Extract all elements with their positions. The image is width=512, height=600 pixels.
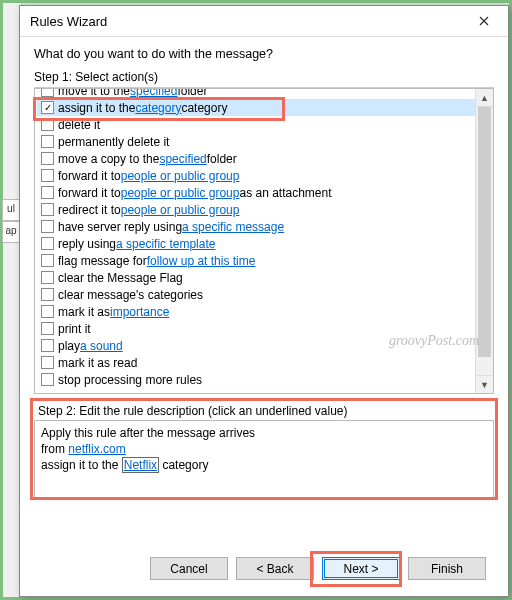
action-row[interactable]: mark it as read [37, 354, 475, 371]
action-checkbox[interactable] [41, 373, 54, 386]
action-text-pre: flag message for [58, 254, 147, 268]
action-link[interactable]: people or public group [121, 186, 240, 200]
action-checkbox[interactable] [41, 356, 54, 369]
action-text-pre: move a copy to the [58, 152, 159, 166]
action-checkbox[interactable] [41, 237, 54, 250]
action-checkbox[interactable] [41, 254, 54, 267]
scroll-down-icon[interactable]: ▼ [476, 375, 493, 393]
action-row[interactable]: move a copy to the specified folder [37, 150, 475, 167]
action-row[interactable]: clear message's categories [37, 286, 475, 303]
action-link[interactable]: a specific template [116, 237, 215, 251]
action-text-pre: move it to the [58, 89, 130, 98]
action-row[interactable]: permanently delete it [37, 133, 475, 150]
action-checkbox[interactable] [41, 203, 54, 216]
action-row[interactable]: play a sound [37, 337, 475, 354]
bg-tab-2: ap [2, 221, 20, 243]
action-checkbox[interactable] [41, 271, 54, 284]
action-checkbox[interactable] [41, 288, 54, 301]
desc-line3-post: category [159, 458, 208, 472]
action-checkbox[interactable] [41, 169, 54, 182]
action-text-pre: delete it [58, 118, 100, 132]
close-icon [479, 16, 489, 26]
action-text-post: folder [177, 89, 207, 98]
action-row[interactable]: redirect it to people or public group [37, 201, 475, 218]
desc-line-2: from netflix.com [41, 441, 487, 457]
action-text-pre: permanently delete it [58, 135, 169, 149]
action-text-pre: clear message's categories [58, 288, 203, 302]
action-text-pre: forward it to [58, 186, 121, 200]
action-link[interactable]: specified [130, 89, 177, 98]
desc-line-3: assign it to the Netflix category [41, 457, 487, 473]
action-link[interactable]: category [135, 101, 181, 115]
action-text-pre: assign it to the [58, 101, 135, 115]
scroll-up-icon[interactable]: ▲ [476, 89, 493, 107]
action-link[interactable]: people or public group [121, 203, 240, 217]
action-checkbox[interactable] [41, 118, 54, 131]
close-button[interactable] [464, 9, 504, 33]
next-button[interactable]: Next > [322, 557, 400, 580]
action-text-pre: redirect it to [58, 203, 121, 217]
action-text-post: as an attachment [239, 186, 331, 200]
action-row[interactable]: forward it to people or public group as … [37, 184, 475, 201]
step2-label: Step 2: Edit the rule description (click… [34, 402, 494, 420]
action-checkbox[interactable] [41, 89, 54, 97]
action-text-pre: stop processing more rules [58, 373, 202, 387]
desc-category-link[interactable]: Netflix [122, 457, 159, 473]
desc-line2-pre: from [41, 442, 68, 456]
action-checkbox[interactable] [41, 339, 54, 352]
action-text-pre: clear the Message Flag [58, 271, 183, 285]
action-checkbox[interactable] [41, 305, 54, 318]
action-row[interactable]: print it [37, 320, 475, 337]
bg-tab-1: ul [2, 199, 20, 221]
rules-wizard-dialog: Rules Wizard What do you want to do with… [19, 5, 509, 597]
action-text-post: category [181, 101, 227, 115]
button-row: Cancel < Back Next > Finish [34, 543, 494, 586]
scroll-thumb[interactable] [478, 107, 491, 357]
rule-description-box: Apply this rule after the message arrive… [34, 420, 494, 500]
action-row[interactable]: stop processing more rules [37, 371, 475, 388]
action-row[interactable]: mark it as importance [37, 303, 475, 320]
action-link[interactable]: people or public group [121, 169, 240, 183]
finish-button[interactable]: Finish [408, 557, 486, 580]
action-row[interactable]: forward it to people or public group [37, 167, 475, 184]
action-text-pre: reply using [58, 237, 116, 251]
desc-line-1: Apply this rule after the message arrive… [41, 425, 487, 441]
action-row[interactable]: delete it [37, 116, 475, 133]
action-text-post: folder [207, 152, 237, 166]
action-link[interactable]: a sound [80, 339, 123, 353]
step1-label: Step 1: Select action(s) [34, 67, 494, 88]
action-text-pre: play [58, 339, 80, 353]
action-row[interactable]: move it to the specified folder [37, 89, 475, 99]
action-text-pre: have server reply using [58, 220, 182, 234]
titlebar: Rules Wizard [20, 6, 508, 37]
action-checkbox[interactable] [41, 152, 54, 165]
scrollbar[interactable]: ▲ ▼ [475, 89, 493, 393]
action-link[interactable]: importance [110, 305, 169, 319]
cancel-button[interactable]: Cancel [150, 557, 228, 580]
wizard-question: What do you want to do with the message? [34, 47, 494, 61]
action-checkbox[interactable] [41, 186, 54, 199]
action-text-pre: print it [58, 322, 91, 336]
action-text-pre: mark it as read [58, 356, 137, 370]
desc-from-link[interactable]: netflix.com [68, 442, 125, 456]
action-checkbox[interactable] [41, 135, 54, 148]
dialog-title: Rules Wizard [30, 14, 107, 29]
actions-listbox: move it to the specified folder✓assign i… [34, 88, 494, 394]
action-row[interactable]: have server reply using a specific messa… [37, 218, 475, 235]
action-checkbox[interactable]: ✓ [41, 101, 54, 114]
action-link[interactable]: a specific message [182, 220, 284, 234]
action-row[interactable]: flag message for follow up at this time [37, 252, 475, 269]
desc-line3-pre: assign it to the [41, 458, 122, 472]
back-button[interactable]: < Back [236, 557, 314, 580]
action-link[interactable]: specified [159, 152, 206, 166]
action-checkbox[interactable] [41, 322, 54, 335]
action-text-pre: mark it as [58, 305, 110, 319]
action-text-pre: forward it to [58, 169, 121, 183]
action-row[interactable]: reply using a specific template [37, 235, 475, 252]
action-link[interactable]: follow up at this time [147, 254, 256, 268]
action-row[interactable]: clear the Message Flag [37, 269, 475, 286]
action-row[interactable]: ✓assign it to the category category [37, 99, 475, 116]
action-checkbox[interactable] [41, 220, 54, 233]
